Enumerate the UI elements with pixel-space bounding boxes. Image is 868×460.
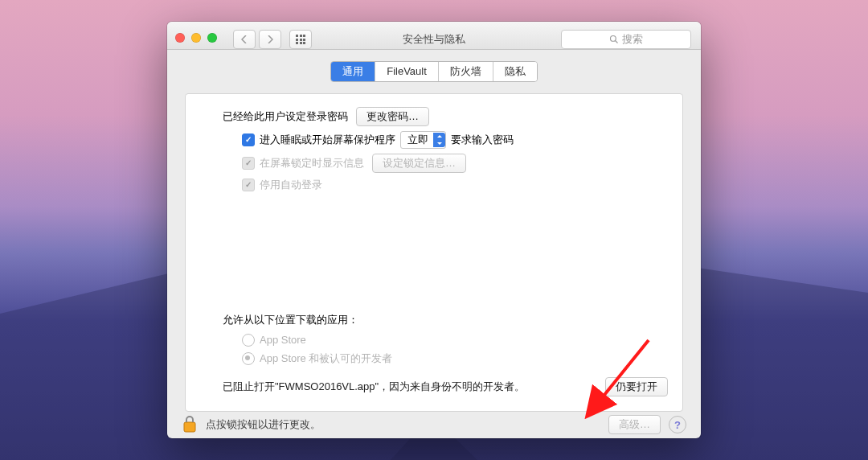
svg-point-0 <box>611 36 616 42</box>
allow-apps-from-label: 允许从以下位置下载的应用： <box>223 313 668 327</box>
open-anyway-button[interactable]: 仍要打开 <box>605 377 668 396</box>
select-value: 立即 <box>407 133 428 147</box>
help-button[interactable]: ? <box>669 416 686 433</box>
titlebar: 安全性与隐私 搜索 <box>167 22 701 50</box>
require-password-prefix: 进入睡眠或开始屏幕保护程序 <box>260 133 395 147</box>
change-password-button[interactable]: 更改密码… <box>356 107 429 126</box>
password-set-label: 已经给此用户设定登录密码 <box>223 109 348 124</box>
tab-filevault[interactable]: FileVault <box>375 62 439 81</box>
footer: 点按锁按钮以进行更改。 高级… ? <box>167 412 701 439</box>
stepper-icon <box>433 133 445 147</box>
tab-firewall[interactable]: 防火墙 <box>439 62 493 81</box>
radio-identified-developers <box>242 352 255 365</box>
search-placeholder: 搜索 <box>622 32 643 47</box>
search-icon <box>609 35 619 44</box>
preferences-window: 安全性与隐私 搜索 通用 FileVault 防火墙 隐私 已经给此用户设定登录… <box>167 22 701 438</box>
svg-rect-3 <box>184 422 195 432</box>
disable-auto-login-label: 停用自动登录 <box>260 178 322 192</box>
desktop-background: 安全性与隐私 搜索 通用 FileVault 防火墙 隐私 已经给此用户设定登录… <box>0 0 868 460</box>
lock-hint-text: 点按锁按钮以进行更改。 <box>206 417 321 432</box>
general-pane: 已经给此用户设定登录密码 更改密码… 进入睡眠或开始屏幕保护程序 立即 要求输入… <box>185 93 683 412</box>
content-area: 通用 FileVault 防火墙 隐私 已经给此用户设定登录密码 更改密码… 进… <box>167 50 701 412</box>
tab-general[interactable]: 通用 <box>331 62 375 81</box>
radio-identified-developers-label: App Store 和被认可的开发者 <box>260 351 392 366</box>
search-field[interactable]: 搜索 <box>561 30 691 49</box>
blocked-app-message: 已阻止打开"FWMSO2016VL.app"，因为来自身份不明的开发者。 <box>223 380 525 394</box>
require-password-delay-select[interactable]: 立即 <box>400 131 446 149</box>
disable-auto-login-checkbox <box>242 179 255 191</box>
advanced-button[interactable]: 高级… <box>608 415 661 434</box>
svg-line-1 <box>616 41 618 43</box>
show-lock-message-checkbox <box>242 157 255 170</box>
require-password-checkbox[interactable] <box>242 133 255 146</box>
show-lock-message-label: 在屏幕锁定时显示信息 <box>260 156 364 170</box>
lock-button[interactable] <box>182 414 198 436</box>
radio-app-store <box>242 334 255 347</box>
radio-app-store-label: App Store <box>260 334 306 346</box>
tab-privacy[interactable]: 隐私 <box>493 62 537 81</box>
set-lock-message-button: 设定锁定信息… <box>372 154 466 173</box>
tab-bar: 通用 FileVault 防火墙 隐私 <box>185 61 683 82</box>
require-password-suffix: 要求输入密码 <box>451 133 514 147</box>
